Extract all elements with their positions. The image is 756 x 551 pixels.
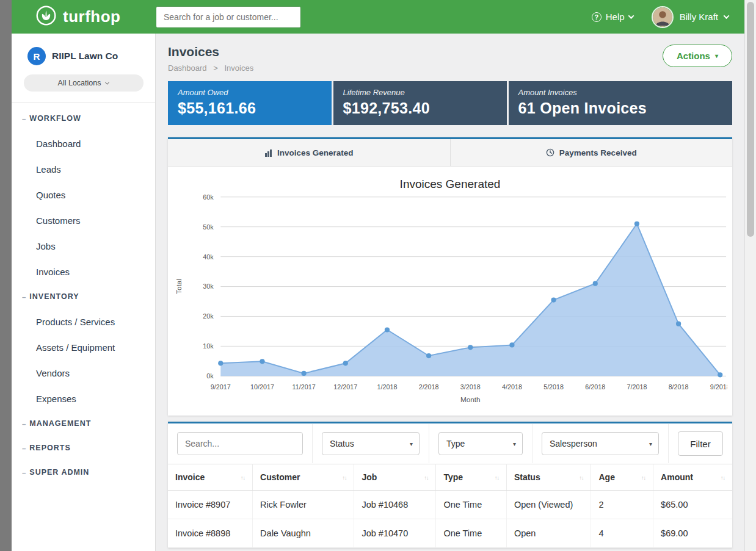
all-locations-label: All Locations (58, 79, 101, 87)
column-header-status[interactable]: Status↑↓ (506, 464, 591, 491)
branch-icon (22, 115, 25, 122)
sidebar-section-reports[interactable]: REPORTS (12, 436, 155, 460)
window-edge (0, 0, 12, 551)
svg-text:Total: Total (175, 279, 183, 294)
stat-open-invoices: Amount Invoices 61 Open Invoices (509, 81, 732, 125)
sidebar-section-management[interactable]: MANAGEMENT (12, 411, 155, 436)
tab-payments-received[interactable]: Payments Received (450, 139, 733, 166)
branch-icon (22, 420, 25, 427)
invoice-amount: $69.00 (653, 519, 732, 548)
svg-text:50k: 50k (203, 223, 214, 231)
user-menu[interactable]: Billy Kraft (652, 6, 729, 28)
svg-text:4/2018: 4/2018 (502, 383, 522, 391)
column-header-invoice[interactable]: Invoice↑↓ (168, 464, 253, 491)
salesperson-select[interactable]: Salesperson▾ (542, 432, 659, 455)
brand[interactable]: turfhop (12, 4, 156, 29)
status-filter-cell: Status▾ (313, 424, 429, 463)
caret-down-icon: ▾ (649, 441, 652, 447)
invoice-link[interactable]: Invoice #8907 (168, 491, 253, 519)
invoice-link[interactable]: Invoice #8898 (168, 519, 253, 548)
svg-text:9/2017: 9/2017 (211, 383, 231, 391)
sidebar-section-inventory[interactable]: INVENTORY (12, 284, 155, 309)
invoice-age: 4 (591, 519, 653, 548)
chevron-down-icon (628, 13, 634, 19)
customer-link[interactable]: Dale Vaughn (253, 519, 354, 548)
svg-text:60k: 60k (203, 193, 214, 201)
topbar: turfhop ? Help Billy Kraft (12, 0, 744, 34)
invoices-table: Invoice↑↓ Customer↑↓ Job↑↓ Type↑↓ Status… (168, 464, 732, 548)
avatar (652, 6, 674, 28)
sidebar-item-assets-equipment[interactable]: Assets / Equipment (12, 334, 155, 360)
app-screen: turfhop ? Help Billy Kraft (0, 0, 756, 551)
customer-link[interactable]: Rick Fowler (253, 491, 354, 519)
branch-icon (22, 293, 25, 300)
svg-text:2/2018: 2/2018 (419, 383, 439, 391)
sidebar-item-products-services[interactable]: Products / Services (12, 309, 155, 334)
svg-text:10k: 10k (203, 342, 214, 350)
sort-icon: ↑↓ (342, 475, 346, 481)
stat-label: Amount Invoices (518, 88, 722, 97)
filter-button-cell: Filter (669, 423, 732, 464)
svg-text:9/2018: 9/2018 (710, 383, 727, 391)
svg-text:3/2018: 3/2018 (460, 383, 481, 391)
column-header-age[interactable]: Age↑↓ (591, 464, 653, 491)
sidebar-item-invoices[interactable]: Invoices (12, 259, 155, 284)
svg-text:20k: 20k (203, 312, 214, 320)
stat-value: $192,753.40 (343, 99, 497, 117)
branch-icon (22, 469, 25, 476)
stat-label: Amount Owed (178, 88, 322, 97)
svg-text:11/2017: 11/2017 (293, 383, 316, 391)
user-name: Billy Kraft (680, 12, 718, 22)
global-search (156, 6, 301, 28)
help-menu[interactable]: ? Help (592, 12, 633, 22)
brand-name: turfhop (63, 7, 120, 26)
sidebar-item-expenses[interactable]: Expenses (12, 386, 155, 411)
sidebar-item-dashboard[interactable]: Dashboard (12, 131, 155, 156)
breadcrumb-dashboard[interactable]: Dashboard (168, 63, 207, 73)
page-scrollbar[interactable] (744, 0, 756, 551)
svg-text:12/2017: 12/2017 (333, 383, 357, 391)
scrollbar-thumb[interactable] (747, 2, 754, 237)
svg-text:5/2018: 5/2018 (543, 383, 564, 391)
column-header-amount[interactable]: Amount↑↓ (653, 464, 732, 491)
invoice-type: One Time (436, 491, 507, 519)
chart-title: Invoices Generated (173, 178, 727, 191)
column-header-job[interactable]: Job↑↓ (354, 464, 436, 491)
sidebar-section-super-admin[interactable]: SUPER ADMIN (12, 460, 155, 484)
global-search-input[interactable] (156, 6, 301, 28)
company-name: RIIPL Lawn Co (52, 51, 118, 62)
sidebar-item-customers[interactable]: Customers (12, 207, 155, 233)
stat-amount-owed: Amount Owed $55,161.66 (168, 81, 332, 125)
actions-button[interactable]: Actions ▾ (663, 45, 732, 67)
status-select[interactable]: Status▾ (322, 432, 420, 455)
column-header-type[interactable]: Type↑↓ (436, 464, 507, 491)
chart-tabs: Invoices Generated Payments Received (168, 139, 732, 167)
invoice-type: One Time (436, 519, 507, 548)
filter-button[interactable]: Filter (678, 431, 723, 456)
sidebar-section-workflow[interactable]: WORKFLOW (12, 106, 155, 131)
svg-text:10/2017: 10/2017 (250, 383, 274, 391)
chart-body: Invoices Generated 0k10k20k30k40k50k60k9… (168, 167, 732, 416)
sidebar-item-vendors[interactable]: Vendors (12, 360, 155, 386)
job-link[interactable]: Job #10470 (354, 519, 436, 548)
table-search-input[interactable] (177, 432, 303, 455)
chart-panel: Invoices Generated Payments Received Inv… (168, 137, 732, 416)
job-link[interactable]: Job #10468 (354, 491, 436, 519)
invoice-age: 2 (591, 491, 653, 519)
filter-row: Status▾ Type▾ Salesperson▾ (168, 423, 732, 464)
type-select[interactable]: Type▾ (438, 432, 523, 455)
column-header-customer[interactable]: Customer↑↓ (253, 464, 354, 491)
sort-icon: ↑↓ (241, 475, 245, 481)
sort-icon: ↑↓ (495, 475, 499, 481)
sidebar-item-leads[interactable]: Leads (12, 156, 155, 182)
sidebar-item-jobs[interactable]: Jobs (12, 233, 155, 259)
svg-text:40k: 40k (203, 253, 214, 261)
svg-text:0k: 0k (206, 372, 214, 380)
sort-icon: ↑↓ (641, 475, 645, 481)
company-logo-icon: R (27, 47, 46, 65)
all-locations-dropdown[interactable]: All Locations (24, 74, 144, 92)
sidebar-nav: WORKFLOW Dashboard Leads Quotes Customer… (12, 103, 155, 484)
breadcrumb-separator: > (213, 63, 218, 73)
sidebar-item-quotes[interactable]: Quotes (12, 182, 155, 207)
tab-invoices-generated[interactable]: Invoices Generated (168, 139, 450, 166)
